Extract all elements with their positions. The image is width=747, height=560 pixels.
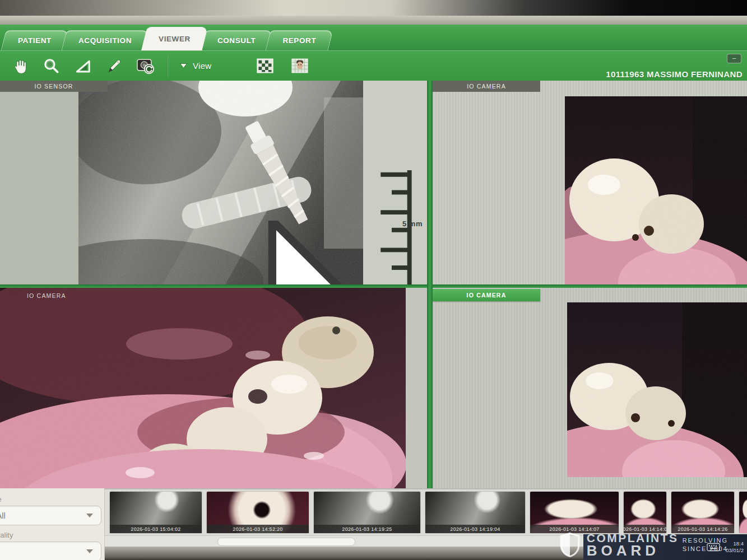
thumbnail-timestamp: 2026-01-03 14:19:25 xyxy=(314,525,420,533)
patient-banner: 10111963 MASSIMO FERNINAND xyxy=(606,69,743,81)
layout-checkerboard-icon xyxy=(257,58,273,73)
filter-panel: Date All Modality xyxy=(0,488,105,560)
tab-patient-label: PATIENT xyxy=(18,36,52,45)
io-camera-top-right-panel[interactable]: IO CAMERA xyxy=(433,81,747,284)
tab-viewer-label: VIEWER xyxy=(159,35,191,43)
tab-patient[interactable]: PATIENT xyxy=(3,30,66,50)
chevron-down-icon xyxy=(86,514,93,517)
thumbnail-partial-8[interactable] xyxy=(739,492,747,533)
panel-divider-vertical xyxy=(427,81,433,488)
toolbar-separator xyxy=(167,55,168,77)
thumbnail-photo-2[interactable]: 2026-01-03 14:52:20 xyxy=(207,492,309,533)
measure-button[interactable] xyxy=(67,53,99,80)
thumbnail-timestamp: 2026-01-03 14:14:07 xyxy=(530,525,619,533)
thumbnail-timestamp: 2026-01-03 14:14:26 xyxy=(671,525,734,533)
thumbnail-timestamp: 2026-01-03 15:04:02 xyxy=(110,525,202,533)
tab-report[interactable]: REPORT xyxy=(268,30,331,50)
intraoral-photo-bottom-right[interactable] xyxy=(567,302,747,477)
minimize-button[interactable]: – xyxy=(727,54,741,63)
thumbnail-photo-5[interactable]: 2026-01-03 14:14:07 xyxy=(530,492,619,533)
thumbnail-timestamp: 2026-01-03 14:19:04 xyxy=(425,525,525,533)
tab-consult[interactable]: CONSULT xyxy=(203,30,270,50)
view-dropdown[interactable]: View xyxy=(174,58,217,74)
thumbnail-photo-6[interactable]: 2026-01-03 14:14:07 xyxy=(624,492,666,533)
zoom-button[interactable] xyxy=(36,53,67,80)
date-filter-label: Date xyxy=(0,495,105,503)
view-dropdown-label: View xyxy=(193,61,211,71)
modality-filter-label: Modality xyxy=(0,531,105,539)
thumbnail-xray-3[interactable]: 2026-01-03 14:19:25 xyxy=(314,492,420,533)
io-sensor-header: IO SENSOR xyxy=(0,81,108,92)
viewer-workspace: IO SENSOR xyxy=(0,81,747,488)
scrollbar-handle[interactable] xyxy=(217,538,355,546)
intraoral-photo-top-right[interactable] xyxy=(565,96,747,284)
tab-acquisition-label: ACQUISITION xyxy=(78,36,132,45)
hand-pan-button[interactable] xyxy=(4,53,36,80)
tab-bar: PATIENT ACQUISITION VIEWER CONSULT REPOR… xyxy=(0,25,747,50)
tab-consult-label: CONSULT xyxy=(217,36,256,45)
tab-acquisition[interactable]: ACQUISITION xyxy=(64,30,146,50)
acquisition-camera-refresh-icon xyxy=(136,57,155,75)
tab-report-label: REPORT xyxy=(282,36,316,45)
io-camera-br-header: IO CAMERA xyxy=(433,289,540,301)
taskbar-time: 18:4 xyxy=(726,540,744,547)
thumbnail-list: 2026-01-03 15:04:02 2026-01-03 14:52:20 … xyxy=(104,489,747,538)
chevron-down-icon xyxy=(86,549,93,553)
keyboard-icon[interactable] xyxy=(707,543,720,552)
io-camera-bottom-right-panel[interactable]: IO CAMERA xyxy=(433,288,747,488)
acquisition-refresh-button[interactable] xyxy=(130,53,161,80)
io-camera-tr-header: IO CAMERA xyxy=(433,81,540,92)
monitor-surroundings xyxy=(0,0,747,17)
thumbnail-xray-1[interactable]: 2026-01-03 15:04:02 xyxy=(110,492,202,533)
zoom-magnifier-icon xyxy=(43,58,60,74)
chevron-down-icon xyxy=(179,63,188,69)
date-filter-select[interactable]: All xyxy=(0,506,101,525)
tab-viewer[interactable]: VIEWER xyxy=(144,27,205,50)
intraoral-photo-large[interactable] xyxy=(0,288,406,488)
modality-filter-select[interactable] xyxy=(0,542,101,560)
monitor-bezel xyxy=(0,16,747,25)
thumbnail-timestamp: 2026-01-03 14:52:20 xyxy=(207,525,309,533)
xray-image[interactable] xyxy=(78,81,363,284)
thumbnail-photo-7[interactable]: 2026-01-03 14:14:26 xyxy=(671,492,734,533)
mouse-cursor xyxy=(187,221,427,284)
taskbar: 18:4 03/01/2 xyxy=(583,534,747,560)
measure-triangle-icon xyxy=(75,58,91,74)
taskbar-date: 03/01/2 xyxy=(726,547,744,554)
annotate-button[interactable] xyxy=(99,53,130,80)
patient-face-layout-icon xyxy=(291,58,308,73)
layout-buttons xyxy=(253,53,312,80)
patient-layout-button[interactable] xyxy=(287,53,312,80)
filmstrip: 2026-01-03 15:04:02 2026-01-03 14:52:20 … xyxy=(0,488,747,535)
taskbar-clock[interactable]: 18:4 03/01/2 xyxy=(726,540,744,554)
date-filter-value: All xyxy=(0,511,6,520)
application-window: PATIENT ACQUISITION VIEWER CONSULT REPOR… xyxy=(0,0,747,560)
io-camera-bl-header: IO CAMERA xyxy=(27,292,66,299)
io-sensor-panel[interactable]: IO SENSOR xyxy=(0,81,427,284)
layout-checkerboard-button[interactable] xyxy=(253,53,277,80)
toolbar: View xyxy=(0,50,747,81)
thumbnail-xray-4[interactable]: 2026-01-03 14:19:04 xyxy=(425,492,525,533)
hand-pan-icon xyxy=(12,58,29,74)
thumbnail-timestamp: 2026-01-03 14:14:07 xyxy=(624,525,666,533)
annotate-pencil-icon xyxy=(106,58,123,74)
io-camera-bottom-left-panel[interactable]: IO CAMERA xyxy=(0,288,427,488)
